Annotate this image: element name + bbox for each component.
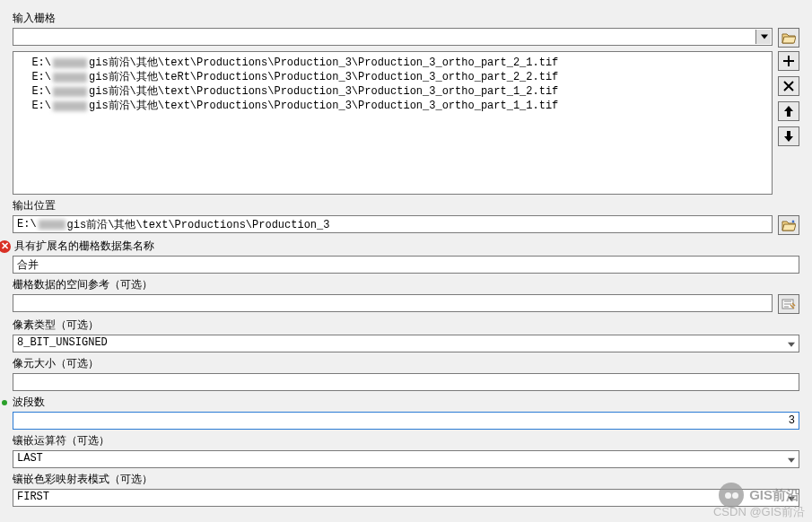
cell-size-input[interactable] (13, 373, 799, 391)
input-raster-label: 输入栅格 (13, 11, 799, 26)
dataset-name-label: ✕ 具有扩展名的栅格数据集名称 (13, 239, 799, 254)
band-count-input[interactable] (13, 412, 799, 430)
mosaic-op-select[interactable]: LAST (13, 450, 799, 468)
list-item[interactable]: E:\gis前沿\其他\text\Productions\Production_… (15, 84, 770, 99)
output-location-input[interactable]: E:\gis前沿\其他\text\Productions\Production_… (13, 215, 773, 233)
colormap-mode-select[interactable]: FIRST (13, 489, 799, 507)
remove-item-button[interactable] (778, 76, 799, 96)
pixel-type-label: 像素类型（可选） (13, 318, 799, 333)
dropdown-arrow-icon[interactable] (755, 30, 771, 44)
list-item[interactable]: E:\gis前沿\其他\text\Productions\Production_… (15, 56, 770, 70)
chevron-down-icon (788, 343, 795, 347)
required-indicator-icon (2, 400, 7, 405)
mosaic-op-label: 镶嵌运算符（可选） (13, 433, 799, 448)
move-up-button[interactable] (778, 101, 799, 121)
spatial-ref-label: 栅格数据的空间参考（可选） (13, 277, 799, 292)
input-raster-dropdown[interactable] (13, 28, 773, 46)
spatial-ref-picker-button[interactable] (778, 294, 799, 314)
output-location-label: 输出位置 (13, 198, 799, 213)
colormap-mode-label: 镶嵌色彩映射表模式（可选） (13, 472, 799, 487)
error-icon: ✕ (0, 240, 11, 253)
list-item[interactable]: E:\gis前沿\其他\teRt\Productions\Production_… (15, 70, 770, 84)
chevron-down-icon (788, 458, 795, 463)
mosaic-op-value: LAST (17, 452, 43, 465)
spatial-ref-input[interactable] (13, 294, 773, 312)
add-item-button[interactable] (778, 51, 799, 71)
pixel-type-select[interactable]: 8_BIT_UNSIGNED (13, 335, 799, 352)
band-count-label: 波段数 (13, 395, 799, 410)
dataset-name-input[interactable] (13, 256, 799, 274)
browse-output-button[interactable] (778, 215, 799, 235)
cell-size-label: 像元大小（可选） (13, 356, 799, 371)
watermark-csdn: CSDN @GIS前沿 (713, 504, 805, 520)
pixel-type-value: 8_BIT_UNSIGNED (17, 336, 108, 349)
list-item[interactable]: E:\gis前沿\其他\text\Productions\Production_… (15, 99, 770, 113)
browse-input-button[interactable] (778, 28, 799, 48)
input-files-listbox[interactable]: E:\gis前沿\其他\text\Productions\Production_… (13, 51, 773, 195)
colormap-mode-value: FIRST (17, 491, 49, 503)
move-down-button[interactable] (778, 126, 799, 146)
